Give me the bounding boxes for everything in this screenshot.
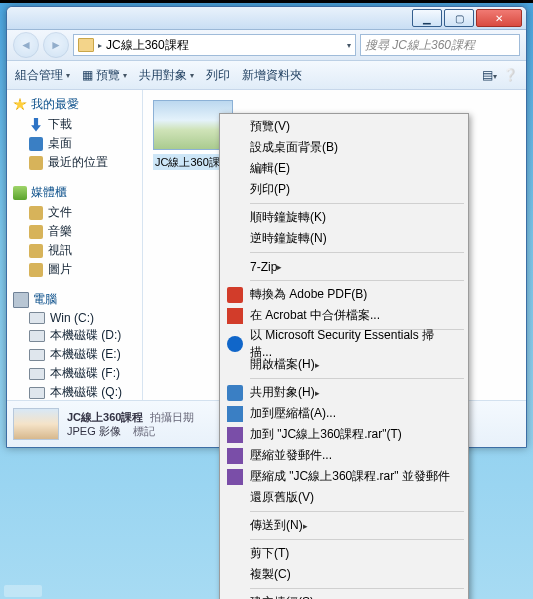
ctx-create-shortcut[interactable]: 建立捷徑(S) <box>222 592 466 599</box>
desktop-icon <box>29 137 43 151</box>
nav-row: ◄ ► ▸ JC線上360課程 ▾ 搜尋 JC線上360課程 <box>7 30 526 61</box>
recent-icon <box>29 156 43 170</box>
newfolder-button[interactable]: 新增資料夾 <box>242 67 302 84</box>
context-menu: 預覽(V) 設成桌面背景(B) 編輯(E) 列印(P) 順時鐘旋轉(K) 逆時鐘… <box>219 113 469 599</box>
sidebar-item-downloads[interactable]: 下載 <box>7 115 142 134</box>
acrobat-icon <box>227 308 243 324</box>
ctx-set-background[interactable]: 設成桌面背景(B) <box>222 137 466 158</box>
view-button[interactable]: ▤▾ <box>482 68 497 82</box>
help-button[interactable]: ❔ <box>503 68 518 82</box>
drive-icon <box>29 312 45 324</box>
sidebar-item-pictures[interactable]: 圖片 <box>7 260 142 279</box>
details-name: JC線上360課程 <box>67 411 143 423</box>
rar-icon <box>227 469 243 485</box>
chevron-right-icon: ▸ <box>315 360 320 370</box>
rar-icon <box>227 427 243 443</box>
computer-icon <box>13 292 29 308</box>
sidebar-item-drive-c[interactable]: Win (C:) <box>7 310 142 326</box>
details-tags-label: 標記 <box>133 425 155 437</box>
ctx-convert-pdf[interactable]: 轉換為 Adobe PDF(B) <box>222 284 466 305</box>
sidebar-item-desktop[interactable]: 桌面 <box>7 134 142 153</box>
ctx-copy[interactable]: 複製(C) <box>222 564 466 585</box>
sidebar-item-drive-e[interactable]: 本機磁碟 (E:) <box>7 345 142 364</box>
ctx-acrobat-combine[interactable]: 在 Acrobat 中合併檔案... <box>222 305 466 326</box>
ctx-mse-scan[interactable]: 以 Microsoft Security Essentials 掃描... <box>222 333 466 354</box>
music-icon <box>29 225 43 239</box>
ctx-add-rar[interactable]: 加到 "JC線上360課程.rar"(T) <box>222 424 466 445</box>
taskbar-hint <box>4 585 42 597</box>
sidebar-item-documents[interactable]: 文件 <box>7 203 142 222</box>
video-icon <box>29 244 43 258</box>
ctx-print[interactable]: 列印(P) <box>222 179 466 200</box>
chevron-right-icon: ▸ <box>277 262 282 272</box>
preview-button[interactable]: ▦ 預覽 ▾ <box>82 67 127 84</box>
sidebar-group-computer[interactable]: 電腦 <box>7 289 142 310</box>
forward-button[interactable]: ► <box>43 32 69 58</box>
picture-icon <box>29 263 43 277</box>
search-input[interactable]: 搜尋 JC線上360課程 <box>360 34 520 56</box>
ctx-add-archive[interactable]: 加到壓縮檔(A)... <box>222 403 466 424</box>
document-icon <box>29 206 43 220</box>
drive-icon <box>29 368 45 380</box>
chevron-right-icon: ▸ <box>98 41 102 50</box>
sidebar-item-drive-f[interactable]: 本機磁碟 (F:) <box>7 364 142 383</box>
details-type: JPEG 影像 <box>67 425 121 437</box>
ctx-rotate-cw[interactable]: 順時鐘旋轉(K) <box>222 207 466 228</box>
ctx-zip-email[interactable]: 壓縮並發郵件... <box>222 445 466 466</box>
library-icon <box>13 186 27 200</box>
ctx-edit[interactable]: 編輯(E) <box>222 158 466 179</box>
close-button[interactable]: ✕ <box>476 9 522 27</box>
ctx-cut[interactable]: 剪下(T) <box>222 543 466 564</box>
ctx-zip-rar-email[interactable]: 壓縮成 "JC線上360課程.rar" 並發郵件 <box>222 466 466 487</box>
breadcrumb[interactable]: ▸ JC線上360課程 ▾ <box>73 34 356 56</box>
drive-icon <box>29 387 45 399</box>
breadcrumb-label: JC線上360課程 <box>106 37 189 54</box>
ctx-restore-versions[interactable]: 還原舊版(V) <box>222 487 466 508</box>
sidebar-item-music[interactable]: 音樂 <box>7 222 142 241</box>
chevron-right-icon: ▸ <box>303 521 308 531</box>
share-button[interactable]: 共用對象 ▾ <box>139 67 194 84</box>
drive-icon <box>29 330 45 342</box>
back-button[interactable]: ◄ <box>13 32 39 58</box>
titlebar: ▁ ▢ ✕ <box>7 7 526 30</box>
print-button[interactable]: 列印 <box>206 67 230 84</box>
folder-icon <box>78 38 94 52</box>
download-icon <box>29 118 43 132</box>
star-icon <box>13 98 27 112</box>
drive-icon <box>29 349 45 361</box>
sidebar: 我的最愛 下載 桌面 最近的位置 媒體櫃 文件 音樂 視訊 圖片 電腦 Win … <box>7 90 143 400</box>
sidebar-item-recent[interactable]: 最近的位置 <box>7 153 142 172</box>
ctx-7zip[interactable]: 7-Zip▸ <box>222 256 466 277</box>
maximize-button[interactable]: ▢ <box>444 9 474 27</box>
ctx-open-with[interactable]: 開啟檔案(H)▸ <box>222 354 466 375</box>
sidebar-group-libraries[interactable]: 媒體櫃 <box>7 182 142 203</box>
archive-icon <box>227 406 243 422</box>
details-date-label: 拍攝日期 <box>150 411 194 423</box>
path-dropdown-icon[interactable]: ▾ <box>347 41 351 50</box>
share-icon <box>227 385 243 401</box>
sidebar-item-videos[interactable]: 視訊 <box>7 241 142 260</box>
shield-icon <box>227 336 243 352</box>
pdf-icon <box>227 287 243 303</box>
chevron-right-icon: ▸ <box>315 388 320 398</box>
sidebar-item-drive-q[interactable]: 本機磁碟 (Q:) <box>7 383 142 400</box>
ctx-rotate-ccw[interactable]: 逆時鐘旋轉(N) <box>222 228 466 249</box>
organize-button[interactable]: 組合管理 ▾ <box>15 67 70 84</box>
ctx-send-to[interactable]: 傳送到(N)▸ <box>222 515 466 536</box>
search-placeholder: 搜尋 JC線上360課程 <box>365 37 475 54</box>
preview-thumbnail <box>13 408 59 440</box>
sidebar-group-favorites[interactable]: 我的最愛 <box>7 94 142 115</box>
sidebar-item-drive-d[interactable]: 本機磁碟 (D:) <box>7 326 142 345</box>
ctx-preview[interactable]: 預覽(V) <box>222 116 466 137</box>
minimize-button[interactable]: ▁ <box>412 9 442 27</box>
rar-icon <box>227 448 243 464</box>
toolbar: 組合管理 ▾ ▦ 預覽 ▾ 共用對象 ▾ 列印 新增資料夾 ▤▾ ❔ <box>7 61 526 90</box>
ctx-share[interactable]: 共用對象(H)▸ <box>222 382 466 403</box>
